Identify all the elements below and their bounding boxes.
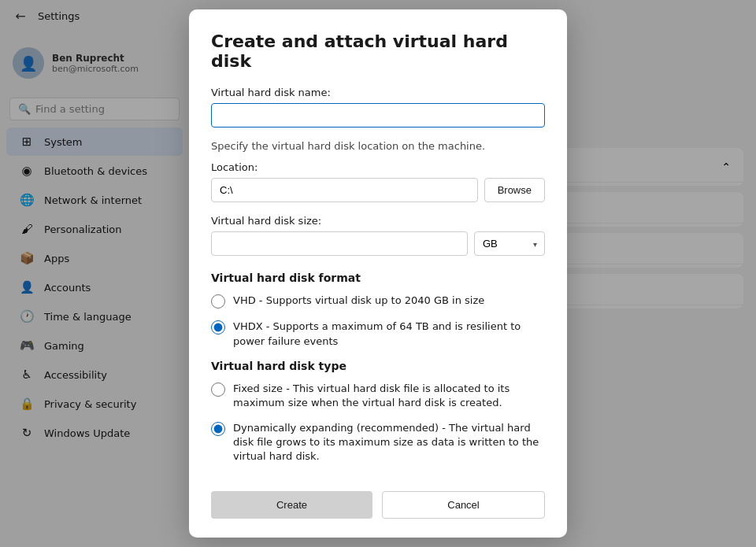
- vhd-format-label: VHD - Supports virtual disk up to 2040 G…: [233, 294, 484, 308]
- fixed-type-label: Fixed size - This virtual hard disk file…: [233, 382, 545, 410]
- size-row: MB GB TB ▾: [211, 231, 545, 256]
- location-label: Location:: [211, 161, 545, 173]
- create-button[interactable]: Create: [211, 491, 372, 519]
- modal-title: Create and attach virtual hard disk: [211, 31, 545, 71]
- size-unit-select[interactable]: MB GB TB: [474, 231, 545, 256]
- vhdx-format-label: VHDX - Supports a maximum of 64 TB and i…: [233, 320, 545, 348]
- fixed-type-option: Fixed size - This virtual hard disk file…: [211, 382, 545, 410]
- size-input[interactable]: [211, 231, 468, 256]
- dynamic-expanding-radio[interactable]: [211, 422, 225, 436]
- format-section-title: Virtual hard disk format: [211, 272, 545, 284]
- cancel-button[interactable]: Cancel: [382, 491, 545, 519]
- modal-overlay: Create and attach virtual hard disk Virt…: [0, 0, 756, 547]
- location-input[interactable]: [211, 178, 478, 202]
- browse-button[interactable]: Browse: [484, 178, 545, 202]
- vhd-name-input[interactable]: [211, 103, 545, 128]
- create-vhd-dialog: Create and attach virtual hard disk Virt…: [189, 9, 567, 537]
- vhd-name-label: Virtual hard disk name:: [211, 87, 545, 98]
- dynamic-type-label: Dynamically expanding (recommended) - Th…: [233, 421, 545, 464]
- location-desc: Specify the virtual hard disk location o…: [211, 140, 545, 152]
- type-section-title: Virtual hard disk type: [211, 360, 545, 372]
- size-unit-wrapper: MB GB TB ▾: [474, 231, 545, 256]
- vhd-format-option: VHD - Supports virtual disk up to 2040 G…: [211, 294, 545, 309]
- fixed-size-radio[interactable]: [211, 383, 225, 397]
- vhd-radio[interactable]: [211, 294, 225, 309]
- size-label: Virtual hard disk size:: [211, 215, 545, 227]
- vhdx-format-option: VHDX - Supports a maximum of 64 TB and i…: [211, 320, 545, 348]
- vhdx-radio[interactable]: [211, 320, 225, 334]
- modal-footer: Create Cancel: [211, 491, 545, 519]
- location-row: Browse: [211, 178, 545, 202]
- dynamic-type-option: Dynamically expanding (recommended) - Th…: [211, 421, 545, 464]
